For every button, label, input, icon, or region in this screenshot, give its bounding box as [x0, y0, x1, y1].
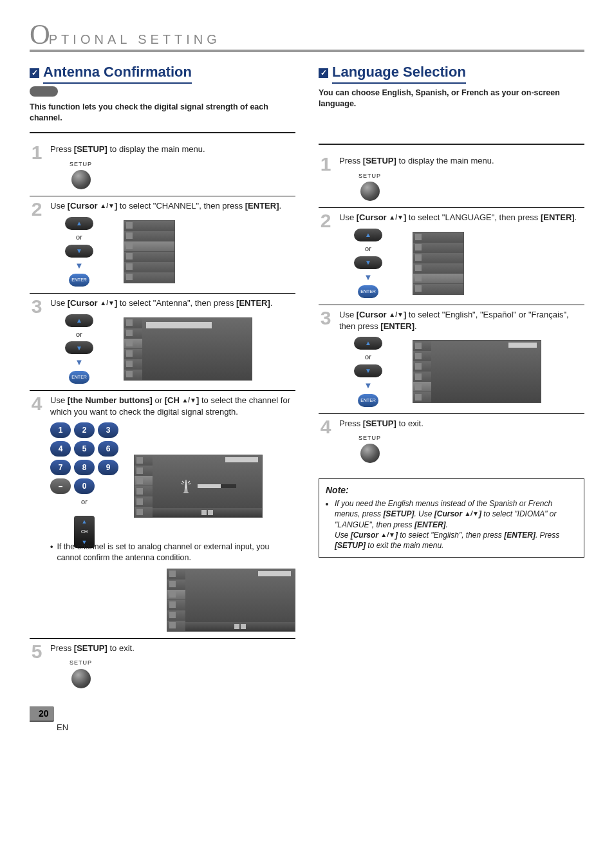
cursor-down-icon	[354, 364, 382, 377]
cursor-down-arrow-icon: ▼	[364, 380, 373, 392]
cursor-down-arrow-icon: ▼	[75, 357, 84, 368]
step-number: 1	[30, 144, 44, 189]
title-o: O	[30, 23, 50, 46]
step-number: 5	[30, 643, 44, 688]
section-head-antenna: ✓ Antenna Confirmation	[30, 62, 295, 84]
step-4: 4 Press [SETUP] to exit. SETUP	[319, 414, 584, 470]
cursor-down-arrow-icon: ▼	[364, 272, 373, 283]
circle-button-icon	[71, 170, 91, 189]
menu-screenshot-analog	[167, 569, 295, 632]
step-text: Press [SETUP] to exit.	[50, 643, 295, 654]
menu-screenshot-wide	[124, 317, 252, 381]
menu-screenshot-wide	[413, 340, 541, 403]
step-text: Press [SETUP] to display the main menu.	[50, 144, 295, 155]
step-1: 1 Press [SETUP] to display the main menu…	[319, 151, 584, 208]
page-number: 20	[30, 706, 584, 722]
step-4: 4 Use [the Number buttons] or [CH ▲/▼] t…	[30, 391, 295, 639]
circle-button-icon	[71, 669, 91, 688]
separator	[319, 144, 584, 145]
left-column: ✓ Antenna Confirmation This function let…	[30, 59, 295, 695]
cursor-down-icon	[354, 256, 382, 269]
enter-button-icon: ENTER	[358, 285, 378, 298]
step-3: 3 Use [Cursor ▲/▼] to select "Antenna", …	[30, 294, 295, 391]
cursor-up-icon	[354, 229, 382, 241]
step-1: 1 Press [SETUP] to display the main menu…	[30, 140, 295, 196]
intro-text: You can choose English, Spanish, or Fren…	[319, 88, 584, 109]
step-3: 3 Use [Cursor ▲/▼] to select "English", …	[319, 305, 584, 413]
step-text: Press [SETUP] to display the main menu.	[339, 155, 584, 167]
step-text: Use [Cursor ▲/▼] to select "LANGUAGE", t…	[339, 212, 584, 223]
section-head-language: ✓ Language Selection	[319, 62, 584, 84]
menu-screenshot-signal	[134, 455, 263, 518]
title-rest: PTIONAL SETTING	[49, 31, 221, 48]
remote-icons: or ▼ ENTER	[339, 337, 397, 406]
menu-screenshot	[413, 232, 464, 295]
step-2: 2 Use [Cursor ▲/▼] to select "CHANNEL", …	[30, 196, 295, 294]
cursor-down-icon	[65, 245, 93, 258]
cursor-up-icon	[65, 217, 93, 230]
circle-button-icon	[360, 444, 380, 463]
step-number: 1	[319, 155, 333, 201]
intro-text: This function lets you check the digital…	[30, 102, 295, 124]
note-heading: Note:	[326, 484, 577, 496]
checkbox-icon: ✓	[30, 68, 39, 78]
setup-button-icon: SETUP	[50, 160, 295, 189]
step-text: Use [Cursor ▲/▼] to select "CHANNEL", th…	[50, 200, 295, 212]
checkbox-icon: ✓	[319, 68, 328, 78]
page-lang: EN	[57, 722, 584, 733]
cursor-down-icon	[65, 341, 93, 354]
circle-button-icon	[360, 182, 380, 201]
enter-button-icon: ENTER	[69, 371, 89, 384]
step-number: 2	[30, 200, 44, 287]
step-text: Use [Cursor ▲/▼] to select "Antenna", th…	[50, 297, 295, 309]
cursor-up-icon	[354, 337, 382, 350]
step-4-note: • If the channel is set to analog channe…	[50, 542, 295, 563]
step-text: Use [Cursor ▲/▼] to select "English", "E…	[339, 309, 584, 332]
step-number: 2	[319, 212, 333, 298]
note-box: Note: If you need the English menus inst…	[319, 478, 584, 558]
setup-button-icon: SETUP	[339, 434, 584, 463]
remote-icons: or ▼ ENTER	[339, 229, 397, 298]
remote-icons: or ▼ ENTER	[50, 217, 108, 287]
enter-button-icon: ENTER	[69, 274, 89, 287]
step-5: 5 Press [SETUP] to exit. SETUP	[30, 639, 295, 695]
section-title: Language Selection	[332, 62, 466, 84]
enter-button-icon: ENTER	[358, 394, 378, 407]
step-2: 2 Use [Cursor ▲/▼] to select "LANGUAGE",…	[319, 208, 584, 305]
menu-screenshot	[124, 220, 175, 283]
cursor-down-arrow-icon: ▼	[75, 260, 84, 272]
step-text: Press [SETUP] to exit.	[339, 418, 584, 429]
separator	[30, 132, 295, 133]
section-title: Antenna Confirmation	[43, 62, 192, 84]
number-pad-icon: 123 456 789 –0 or ▲CH▼	[50, 422, 118, 531]
step-number: 3	[30, 297, 44, 384]
setup-button-icon: SETUP	[339, 172, 584, 201]
tab-indicator	[30, 86, 58, 97]
remote-icons: or ▼ ENTER	[50, 314, 108, 384]
setup-button-icon: SETUP	[50, 659, 295, 688]
right-column: ✓ Language Selection You can choose Engl…	[319, 59, 584, 695]
antenna-icon	[178, 477, 194, 495]
step-number: 4	[30, 395, 44, 632]
cursor-up-icon	[65, 314, 93, 327]
note-item: If you need the English menus instead of…	[335, 498, 577, 551]
step-number: 4	[319, 418, 333, 464]
page-title: O PTIONAL SETTING	[30, 23, 584, 52]
step-text: Use [the Number buttons] or [CH ▲/▼] to …	[50, 395, 295, 417]
step-number: 3	[319, 309, 333, 406]
